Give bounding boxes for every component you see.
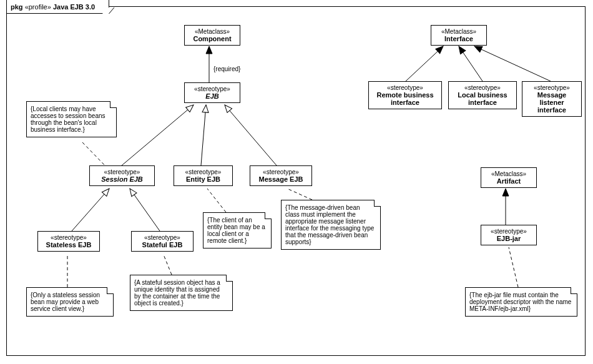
note-ejb-jar: {The ejb-jar file must contain the deplo… [465,287,577,317]
node-remote-business-interface: «stereotype» Remote business interface [368,81,442,109]
node-name: Entity EJB [178,175,228,183]
node-name: Session EJB [94,175,150,183]
node-name: Message listener interface [526,91,577,114]
node-name: Artifact [485,177,532,185]
node-name: Local business interface [453,91,512,106]
node-name: Component [189,35,236,42]
stereo-label: «stereotype» [94,169,150,175]
node-artifact: «Metaclass» Artifact [481,167,537,188]
note-entity-client: {The client of an entity bean may be a l… [203,212,272,248]
node-ejb: «stereotype» EJB [184,82,240,103]
node-ejb-jar: «stereotype» EJB-jar [481,225,537,245]
node-component: «Metaclass» Component [184,25,240,46]
node-message-listener-interface: «stereotype» Message listener interface [522,81,582,117]
stereo-label: «Metaclass» [435,28,483,35]
note-stateful: {A stateful session object has a unique … [130,275,233,311]
stereo-label: «stereotype» [42,234,96,241]
package-frame-label: pkg «profile» Java EJB 3.0 [6,0,109,14]
node-message-ejb: «stereotype» Message EJB [250,165,312,186]
stereo-label: «stereotype» [254,169,308,175]
node-name: EJB-jar [485,235,532,242]
stereo-label: «Metaclass» [189,28,236,35]
node-interface: «Metaclass» Interface [431,25,487,46]
stereo-label: «stereotype» [178,169,228,175]
profile-title: Java EJB 3.0 [53,3,95,11]
stereo-label: «stereotype» [485,228,532,235]
note-stateless: {Only a stateless session bean may provi… [26,287,114,317]
node-stateful-ejb: «stereotype» Stateful EJB [131,231,194,252]
node-name: Message EJB [254,175,308,183]
node-name: Stateful EJB [135,241,189,248]
node-name: Stateless EJB [42,241,96,248]
node-name: Interface [435,35,483,42]
stereo-label: «Metaclass» [485,170,532,177]
note-local-clients: {Local clients may have accesses to sess… [26,101,117,137]
pkg-keyword: pkg [11,3,23,11]
stereo-label: «stereotype» [526,84,577,91]
node-name: EJB [189,92,236,100]
note-message-driven: {The message-driven bean class must impl… [281,200,381,250]
required-constraint-label: {required} [213,66,240,72]
uml-profile-diagram: Component (solid, filled arrowhead) --> … [0,0,593,364]
stereo-label: «stereotype» [373,84,438,91]
stereo-label: «stereotype» [135,234,189,241]
node-local-business-interface: «stereotype» Local business interface [448,81,517,109]
node-session-ejb: «stereotype» Session EJB [89,165,155,186]
node-entity-ejb: «stereotype» Entity EJB [174,165,233,186]
stereo-label: «stereotype» [189,86,236,92]
node-stateless-ejb: «stereotype» Stateless EJB [37,231,100,252]
stereo-label: «stereotype» [453,84,512,91]
node-name: Remote business interface [373,91,438,106]
profile-stereo: «profile» [25,3,51,11]
